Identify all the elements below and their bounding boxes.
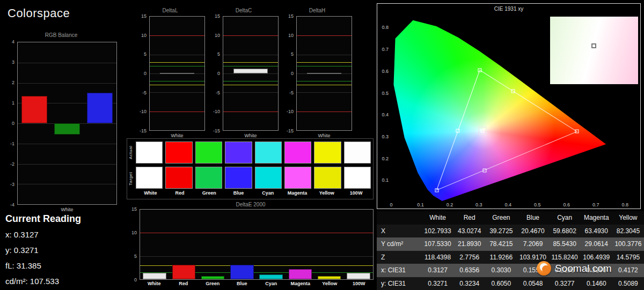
x-axis-label: Magenta [286, 281, 316, 286]
white-point-zoom-marker [591, 43, 596, 48]
y-tick-label: 2 [12, 80, 14, 85]
y-tick-label: 0 [217, 71, 220, 76]
table-value-cell: 103.9170 [517, 254, 548, 261]
x-axis-labels: WhiteRedGreenBlueCyanMagentaYellow100W [140, 281, 374, 287]
y-tick-label: -2 [10, 161, 14, 167]
cie-1931-diagram: CIE 1931 xy 0.10.20.30.40.50.60.70.8 00.… [377, 3, 641, 209]
chart-title: RGB Balance [4, 32, 118, 38]
limit-line [140, 233, 373, 233]
table-value-cell: 0.5089 [612, 280, 644, 287]
table-column-header: White [422, 214, 453, 221]
swatch-column-label: White [136, 190, 165, 196]
x-axis-label: Red [169, 281, 199, 286]
y-tick-label: 0.7 [382, 47, 389, 52]
table-value-cell: 21.8930 [453, 240, 485, 248]
x-tick-label: 0.2 [447, 202, 453, 207]
x-axis: 00.10.20.30.40.50.60.70.8 [391, 202, 634, 209]
table-column-header: Magenta [581, 214, 612, 221]
cie-marker-blue [435, 188, 438, 192]
table-value-cell: 106.4939 [581, 254, 612, 261]
bar-white [233, 69, 267, 73]
y-tick-label: 0.3 [382, 134, 389, 139]
white-point-zoom-inset [550, 17, 638, 84]
y-tick-label: -1 [10, 141, 14, 146]
limit-line [297, 81, 352, 81]
gridline [223, 92, 278, 93]
gridline [223, 73, 278, 74]
table-value-cell: 0.1460 [581, 280, 612, 287]
colorspace-page: Colorspace RGB Balance 43210-1-2-3-4 Whi… [0, 0, 644, 290]
swatch-actual-cyan [255, 142, 282, 163]
table-value-cell: 14.5795 [612, 254, 644, 261]
limit-line [150, 85, 204, 85]
y-tick-label: -5 [142, 90, 147, 95]
y-tick-label: 0.1 [382, 177, 389, 183]
bar-white [307, 73, 341, 74]
swatch-column-label: Green [195, 190, 224, 196]
y-tick-label: 0 [12, 121, 14, 126]
x-tick-label: 0 [390, 202, 392, 207]
swatch-target-white [136, 167, 163, 189]
y-tick-label: 3 [12, 60, 14, 65]
plot-area [223, 16, 279, 131]
swatch-row-labels: ActualTarget [128, 139, 135, 199]
y-tick-label: -10 [140, 109, 147, 114]
bar-red [21, 96, 47, 123]
table-row-label: Z [377, 254, 422, 261]
table-value-cell: 2.7756 [453, 254, 485, 261]
swatch-column-label: 100W [341, 190, 371, 196]
x-axis-label: White [17, 207, 117, 212]
y-axis: 0.10.20.30.40.50.60.70.8 [377, 14, 390, 202]
table-column-header: Blue [517, 214, 548, 221]
swatch-actual-red [165, 142, 192, 163]
x-axis-label: White [149, 133, 205, 138]
x-tick-label: 0.4 [505, 202, 512, 207]
table-value-cell: 118.4398 [422, 254, 453, 261]
y-tick-label: -5 [289, 90, 294, 95]
table-value-cell: 0.3271 [422, 280, 453, 287]
delta-l-chart: DeltaL 151050-5-10-15 White [132, 6, 208, 143]
chart-title: DeltaE 2000 [127, 202, 375, 207]
swatch-row-label: Actual [128, 141, 135, 163]
swatch-actual-magenta [284, 142, 311, 163]
table-value-cell: 59.6802 [549, 227, 581, 235]
y-tick-label: 0.6 [382, 69, 389, 74]
current-reading-heading: Current Reading [5, 213, 123, 225]
limit-line [150, 111, 204, 112]
y-tick-label: 5 [144, 51, 147, 57]
y-tick-label: 5 [291, 51, 294, 57]
swatch-target-magenta [284, 167, 311, 189]
limit-line [223, 81, 278, 81]
reading-cdm2: cd/m²: 107.533 [5, 277, 123, 286]
table-value-cell: 0.4172 [612, 266, 644, 274]
bar-green [54, 123, 80, 135]
swatch-target-yellow [314, 167, 341, 189]
x-axis-labels: White [17, 207, 117, 213]
bar-white [143, 273, 166, 279]
table-row-label: y: CIE31 [377, 280, 422, 287]
limit-line [297, 35, 352, 36]
swatch-target-100w [344, 167, 371, 189]
table-value-cell: 7.2069 [517, 240, 548, 248]
plot-area [296, 16, 352, 131]
gridline [18, 63, 116, 63]
cie-marker-magenta [482, 168, 486, 172]
y-tick-label: 15 [131, 206, 137, 212]
watermark-text: Soomal.com [555, 263, 612, 274]
y-tick-label: 10 [131, 230, 137, 235]
table-row-label: x: CIE31 [377, 266, 422, 274]
x-tick-label: 0.6 [563, 202, 570, 207]
gridline [18, 164, 116, 165]
swatch-target-blue [225, 167, 252, 189]
y-tick-label: 10 [288, 33, 294, 38]
swatch-actual-white [136, 142, 163, 163]
reading-y: y: 0.3271 [5, 246, 123, 255]
table-column-header: Yellow [612, 214, 644, 221]
swatch-actual-blue [225, 142, 252, 163]
x-axis-label: White [223, 133, 279, 138]
swatch-grid [136, 142, 371, 189]
gridline [18, 83, 116, 84]
table-value-cell: 11.9266 [485, 254, 517, 261]
table-value-cell: 43.0274 [453, 227, 485, 235]
cie-marker-yellow [511, 89, 515, 93]
